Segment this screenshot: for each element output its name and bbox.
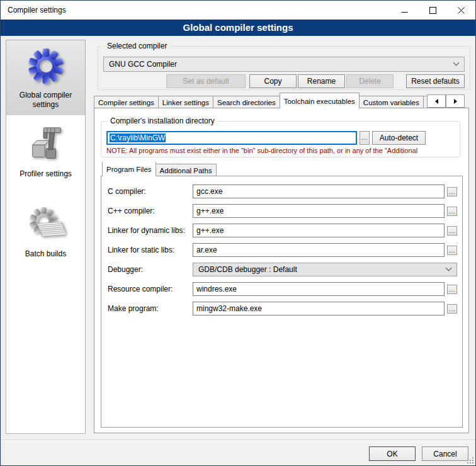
rename-button[interactable]: Rename [298,74,345,88]
arrow-right-icon [454,99,457,104]
linker-static-input[interactable] [193,243,445,257]
group-legend: Compiler's installation directory [108,116,217,125]
c-compiler-input[interactable] [193,185,445,198]
field-label: Resource compiler: [108,282,173,296]
main-tabstrip: Compiler settings Linker settings Search… [94,93,427,108]
sidebar-item-batch-builds[interactable]: Batch builds [6,199,85,263]
close-button[interactable] [447,1,475,20]
tab-toolchain-executables[interactable]: Toolchain executables [280,93,360,108]
ok-button[interactable]: OK [369,446,416,461]
tab-linker-settings[interactable]: Linker settings [158,96,213,108]
field-label: C++ compiler: [108,204,155,218]
delete-button[interactable]: Delete [346,74,394,88]
browse-linker-dynamic-button[interactable]: ... [447,226,457,236]
titlebar[interactable]: Compiler settings [1,1,475,20]
install-dir-selected-text: C:\raylib\MinGW [110,134,166,142]
field-row: C++ compiler: ... [101,204,462,218]
auto-detect-button[interactable]: Auto-detect [372,131,426,145]
minimize-icon [401,7,408,14]
sidebar-item-label: Global compiler settings [9,91,82,110]
maximize-icon [429,7,436,14]
field-row: Resource compiler: ... [101,282,462,296]
field-label: C compiler: [108,185,146,198]
gear-stack-icon [26,205,65,247]
group-legend: Selected compiler [105,42,169,50]
make-program-input[interactable] [193,302,445,315]
field-row: Make program: ... [101,302,462,315]
footer-separator [1,440,475,441]
installation-directory-group: Compiler's installation directory C:\ray… [101,121,460,157]
note-text: NOTE: All programs must exist either in … [106,147,456,154]
tab-additional-paths[interactable]: Additional Paths [156,164,217,176]
sidebar-item-profiler-settings[interactable]: Profiler settings [6,119,85,183]
sidebar-item-label: Batch builds [25,249,66,259]
install-dir-input[interactable]: C:\raylib\MinGW [106,131,357,145]
sidebar-item-label: Profiler settings [20,169,72,179]
page-title: Global compiler settings [1,20,475,36]
window-title: Compiler settings [1,6,66,14]
tab-program-files[interactable]: Program Files [102,162,156,176]
cpp-compiler-input[interactable] [193,204,445,218]
copy-button[interactable]: Copy [249,74,297,88]
toolchain-executables-page: Compiler's installation directory C:\ray… [94,108,469,433]
browse-directory-button[interactable]: ... [360,131,370,145]
tab-compiler-settings[interactable]: Compiler settings [94,96,159,108]
sidebar-item-global-compiler-settings[interactable]: Global compiler settings [6,40,85,115]
arrow-left-icon [435,99,438,104]
compiler-select[interactable]: GNU GCC Compiler [103,57,465,72]
debugger-select-value: GDB/CDB debugger : Default [198,265,297,274]
chevron-down-icon [453,60,460,66]
program-files-panel: C compiler: ... C++ compiler: ... Linker… [101,176,463,428]
chevron-down-icon [446,265,452,271]
field-label: Make program: [108,302,159,315]
tab-scroll-left-button[interactable] [427,94,446,108]
settings-sidebar: Global compiler settings Profiler settin… [6,40,86,434]
reset-defaults-button[interactable]: Reset defaults [406,74,465,88]
tab-search-directories[interactable]: Search directories [213,96,280,108]
tab-scroll-right-button[interactable] [446,94,465,108]
cancel-button[interactable]: Cancel [422,446,468,461]
field-row: Linker for static libs: ... [101,243,462,257]
selected-compiler-group: Selected compiler GNU GCC Compiler Set a… [98,46,470,90]
resource-compiler-input[interactable] [193,282,445,296]
profiler-caliper-icon [26,125,65,167]
browse-cpp-compiler-button[interactable]: ... [447,207,457,216]
debugger-select[interactable]: GDB/CDB debugger : Default [193,263,457,276]
field-row: Debugger: GDB/CDB debugger : Default [101,263,462,276]
minimize-button[interactable] [390,1,419,20]
close-icon [458,7,465,14]
set-as-default-button[interactable]: Set as default [166,74,246,88]
browse-resource-compiler-button[interactable]: ... [447,285,457,294]
gear-blue-icon [26,47,65,88]
field-label: Linker for static libs: [108,243,174,257]
field-row: C compiler: ... [101,185,462,198]
browse-make-program-button[interactable]: ... [447,304,457,314]
sub-tabstrip: Program Files Additional Paths [102,162,354,176]
browse-linker-static-button[interactable]: ... [447,246,457,255]
caption-buttons [390,1,475,20]
resize-grip[interactable] [467,457,473,463]
maximize-button[interactable] [419,1,447,20]
field-label: Debugger: [108,263,143,276]
compiler-settings-dialog: Compiler settings Global compiler settin… [0,0,476,466]
compiler-select-value: GNU GCC Compiler [109,60,177,69]
field-label: Linker for dynamic libs: [108,224,185,237]
field-row: Linker for dynamic libs: ... [101,224,462,237]
linker-dynamic-input[interactable] [193,224,445,237]
tab-custom-variables[interactable]: Custom variables [359,96,424,108]
browse-c-compiler-button[interactable]: ... [447,187,457,196]
